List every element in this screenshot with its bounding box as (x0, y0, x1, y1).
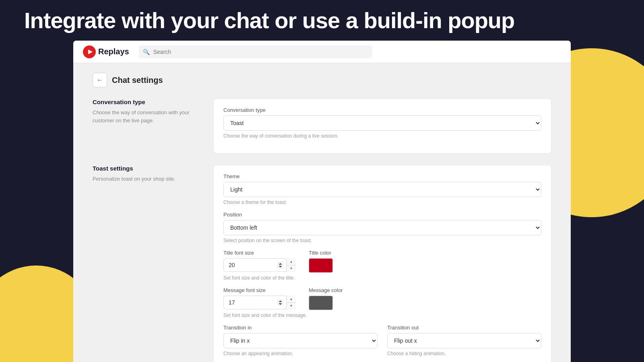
transition-out-label: Transition out (387, 325, 541, 331)
transition-out-select[interactable]: Flip out x Slide out Fade out Zoom out (387, 333, 541, 348)
transition-in-hint: Choose an appearing animation. (223, 351, 378, 356)
page-content: ← Chat settings Conversation type Choose… (73, 63, 571, 362)
title-font-color-group: Title font size ▲ ▼ Title color (223, 250, 541, 281)
title-font-size-input-wrap: ▲ ▼ (223, 258, 296, 272)
brand-name: Replays (98, 47, 129, 56)
page-title: Chat settings (112, 76, 163, 85)
conversation-type-label: Conversation type (223, 107, 541, 113)
theme-label: Theme (223, 173, 541, 179)
title-color-swatch[interactable] (309, 258, 333, 273)
transition-group: Transition in Flip in x Slide in Fade in… (223, 325, 541, 356)
position-select[interactable]: Bottom left Bottom right Top left Top ri… (223, 220, 541, 235)
toast-settings-heading: Toast settings (93, 165, 197, 172)
toast-settings-section: Toast settings Personalize toast on your… (93, 165, 551, 362)
conversation-type-select[interactable]: Toast Chat None (223, 115, 541, 131)
title-font-size-label: Title font size (223, 250, 296, 256)
conversation-type-right: Conversation type Toast Chat None Choose… (213, 99, 551, 154)
toast-settings-left: Toast settings Personalize toast on your… (93, 165, 197, 362)
page-header: ← Chat settings (93, 73, 551, 87)
transition-in-col: Transition in Flip in x Slide in Fade in… (223, 325, 378, 356)
position-hint: Select position on the screen of the toa… (223, 238, 541, 243)
conversation-type-description: Choose the way of conversation with your… (93, 109, 197, 124)
main-content: Replays 🔍 ← Chat settings Conversation t… (73, 41, 571, 362)
title-font-size-up-button[interactable]: ▲ (287, 258, 296, 265)
search-bar-container: 🔍 (139, 45, 372, 58)
transition-in-select[interactable]: Flip in x Slide in Fade in Zoom in (223, 333, 378, 348)
message-font-size-down-button[interactable]: ▼ (287, 302, 296, 310)
search-icon: 🔍 (143, 49, 150, 55)
conversation-type-left: Conversation type Choose the way of conv… (93, 99, 197, 154)
title-font-size-spinners: ▲ ▼ (286, 258, 296, 272)
transition-in-label: Transition in (223, 325, 378, 331)
brand-logo-icon (83, 45, 96, 58)
toast-settings-right: Theme Light Dark Custom Choose a theme f… (213, 165, 551, 362)
conversation-type-heading: Conversation type (93, 99, 197, 105)
transition-out-col: Transition out Flip out x Slide out Fade… (387, 325, 541, 356)
title-font-size-col: Title font size ▲ ▼ (223, 250, 296, 272)
conversation-type-section: Conversation type Choose the way of conv… (93, 99, 551, 154)
theme-hint: Choose a theme for the toast. (223, 200, 541, 205)
navbar: Replays 🔍 (73, 41, 571, 63)
title-color-label: Title color (309, 250, 333, 256)
back-arrow-icon: ← (97, 76, 103, 84)
title-font-size-input[interactable] (223, 258, 296, 272)
message-color-swatch[interactable] (309, 296, 333, 310)
message-font-color-row: Message font size ▲ ▼ Message color (223, 287, 541, 310)
conversation-type-hint: Choose the way of conversation during a … (223, 133, 541, 139)
position-label: Position (223, 212, 541, 218)
title-font-size-hint: Set font size and color of the title. (223, 275, 541, 281)
title-font-color-row: Title font size ▲ ▼ Title color (223, 250, 541, 273)
message-font-size-input[interactable] (223, 296, 296, 309)
header-banner: Integrate with your chat or use a build-… (0, 0, 644, 41)
theme-field: Theme Light Dark Custom Choose a theme f… (223, 173, 541, 205)
message-font-size-up-button[interactable]: ▲ (287, 296, 296, 302)
message-font-size-input-wrap: ▲ ▼ (223, 296, 296, 309)
toast-settings-description: Personalize toast on your shop site. (93, 175, 197, 183)
search-input[interactable] (139, 45, 372, 58)
position-field: Position Bottom left Bottom right Top le… (223, 212, 541, 243)
title-font-size-down-button[interactable]: ▼ (287, 265, 296, 272)
theme-select[interactable]: Light Dark Custom (223, 182, 541, 197)
conversation-type-field: Conversation type Toast Chat None Choose… (223, 107, 541, 139)
message-font-size-hint: Set font size and color of the message. (223, 313, 541, 318)
message-color-label: Message color (309, 287, 343, 293)
message-font-size-col: Message font size ▲ ▼ (223, 287, 296, 309)
banner-headline: Integrate with your chat or use a build-… (24, 7, 620, 33)
back-button[interactable]: ← (93, 73, 107, 87)
brand: Replays (83, 45, 129, 58)
message-color-col: Message color (309, 287, 343, 310)
transition-row: Transition in Flip in x Slide in Fade in… (223, 325, 541, 356)
transition-out-hint: Choose a hiding animation. (387, 351, 541, 356)
message-font-color-group: Message font size ▲ ▼ Message color (223, 287, 541, 318)
message-font-size-spinners: ▲ ▼ (286, 296, 296, 309)
message-font-size-label: Message font size (223, 287, 296, 293)
title-color-col: Title color (309, 250, 333, 273)
